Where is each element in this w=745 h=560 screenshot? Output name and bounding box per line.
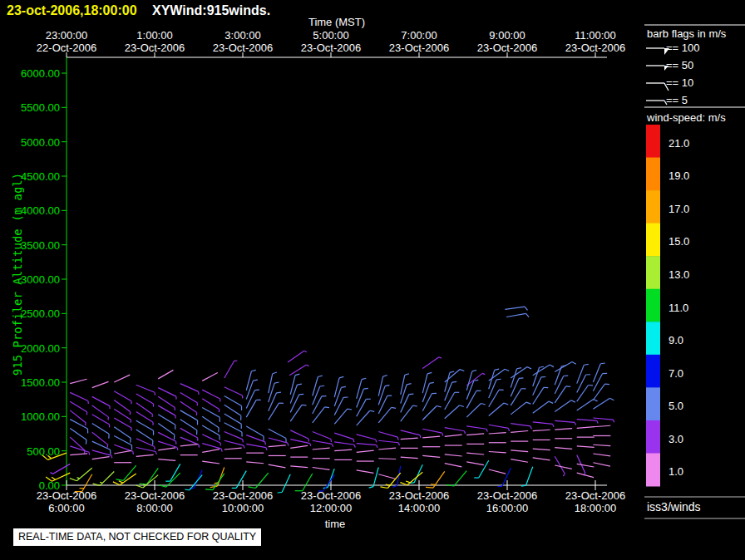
colorbar-value-label: 7.0 — [669, 366, 683, 379]
wind-barb — [422, 394, 432, 411]
top-axis-tick-label: 11:00:0023-Oct-2006 — [565, 29, 625, 54]
left-axis-tick-label: 2000.00 — [21, 341, 60, 354]
wind-barb — [92, 450, 111, 455]
colorbar-value-label: 9.0 — [669, 334, 683, 346]
left-axis-tick-label: 4000.00 — [21, 204, 60, 217]
wind-barb — [577, 427, 595, 429]
wind-barb-tick — [155, 452, 156, 454]
wind-barb — [373, 468, 378, 487]
wind-barb-tick — [376, 440, 377, 442]
wind-barb — [158, 396, 175, 407]
wind-barb-tick — [383, 376, 387, 377]
wind-barb — [136, 403, 153, 415]
wind-barb — [313, 432, 331, 440]
wind-barb — [422, 436, 440, 438]
wind-barb-tick — [613, 420, 614, 422]
wind-barb-tick — [486, 429, 487, 431]
bottom-axis-title: time — [325, 518, 346, 530]
wind-barb — [479, 460, 489, 478]
wind-barb-tick — [274, 382, 279, 383]
wind-barb — [313, 468, 330, 470]
wind-barb-tick — [273, 372, 277, 374]
wind-barb-tick — [571, 400, 575, 402]
wind-barb — [378, 395, 387, 414]
wind-barb-tick — [277, 392, 281, 393]
wind-barb — [114, 391, 131, 401]
wind-barb-plot — [0, 0, 745, 560]
wind-barb-tick — [517, 368, 521, 369]
wind-barb-tick — [550, 365, 554, 367]
wind-barb-tick — [177, 448, 178, 450]
wind-barb — [136, 448, 155, 452]
wind-barb — [303, 474, 313, 491]
wind-barb — [407, 472, 422, 484]
left-axis-tick-label: 3000.00 — [21, 273, 60, 286]
wind-barb — [224, 423, 242, 432]
wind-barb-tick — [420, 435, 421, 438]
wind-barb-tick — [119, 481, 123, 483]
wind-barb — [92, 424, 109, 435]
bottom-axis-tick-label: 23-Oct-20066:00:00 — [37, 489, 96, 514]
wind-barb-tick — [398, 443, 399, 445]
wind-barb-tick — [505, 369, 509, 371]
wind-barb — [224, 440, 244, 445]
wind-barb — [288, 351, 304, 362]
wind-barb — [246, 400, 256, 417]
wind-barb-tick — [508, 428, 509, 430]
wind-barb-tick — [100, 482, 102, 483]
wind-barb-tick — [354, 445, 355, 447]
wind-barb — [290, 405, 302, 421]
colorbar-swatch — [646, 355, 660, 388]
wind-barb — [577, 385, 589, 401]
wind-barb-tick — [604, 384, 609, 385]
wind-barb — [158, 405, 175, 415]
colorbar-value-label: 5.0 — [669, 400, 683, 412]
colorbar-value-label: 3.0 — [669, 432, 683, 445]
wind-barb — [533, 430, 550, 430]
wind-barb-tick — [370, 410, 374, 411]
wind-barb — [224, 405, 241, 415]
source-label: iss3/winds — [647, 500, 701, 513]
wind-barb — [202, 444, 221, 449]
wind-barb — [224, 432, 243, 440]
wind-barb — [158, 441, 177, 447]
left-axis-tick-label: 1500.00 — [21, 376, 60, 389]
wind-barb — [489, 390, 499, 407]
wind-barb — [282, 474, 290, 493]
wind-barb-tick — [563, 474, 565, 476]
wind-barb — [246, 444, 266, 447]
colorbar-swatch — [646, 190, 660, 224]
wind-barb — [269, 403, 279, 420]
wind-barb — [218, 468, 224, 487]
colorbar-value-label: 17.0 — [669, 202, 689, 214]
colorbar-value-label: 15.0 — [669, 235, 689, 248]
wind-barb — [401, 457, 418, 458]
wind-barb — [489, 425, 509, 428]
wind-barb — [180, 384, 199, 392]
wind-barb — [255, 473, 268, 488]
wind-barb-tick — [140, 484, 147, 484]
wind-barb-tick — [385, 386, 389, 386]
wind-barb — [555, 465, 572, 469]
wind-barb — [246, 435, 265, 442]
wind-barb — [577, 399, 594, 410]
wind-barb — [555, 420, 575, 422]
top-axis-tick-label: 23:00:0022-Oct-2006 — [37, 29, 96, 54]
wind-barb — [445, 428, 465, 431]
wind-barb — [190, 475, 202, 490]
wind-barb — [213, 474, 224, 490]
wind-barb-tick — [482, 373, 485, 374]
wind-barb-tick — [407, 384, 411, 385]
wind-barb — [202, 399, 219, 410]
wind-barb — [533, 365, 550, 376]
left-axis-tick-label: 4500.00 — [21, 170, 60, 183]
wind-barb — [180, 445, 198, 446]
wind-barb-tick — [310, 444, 311, 446]
wind-barb-tick — [600, 363, 604, 364]
barb-legend-item-label: == 5 — [666, 94, 688, 106]
wind-barb — [224, 414, 242, 424]
title-app-name: XYWind:915winds. — [152, 3, 270, 17]
wind-barb-tick — [111, 455, 112, 458]
wind-barb — [269, 445, 286, 447]
wind-barb — [533, 449, 550, 449]
